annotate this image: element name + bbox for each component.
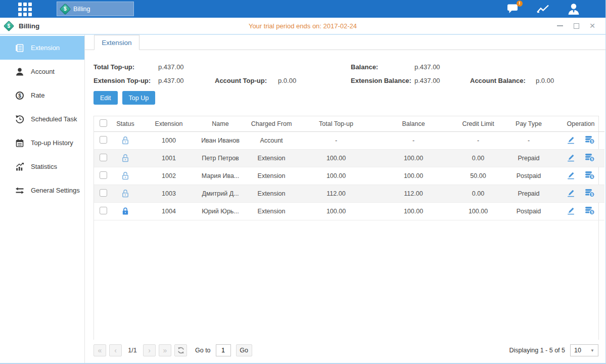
sidebar-item-statistics[interactable]: Statistics <box>0 155 84 178</box>
table-row[interactable]: 1001 Петр Петров Extension 100.00 100.00… <box>94 149 604 167</box>
edit-row-icon[interactable] <box>567 206 575 216</box>
sidebar-item-rate[interactable]: $ Rate <box>0 83 84 107</box>
cell-extension: 1003 <box>138 185 199 202</box>
last-page-button[interactable]: » <box>159 344 171 356</box>
row-checkbox[interactable] <box>100 207 107 214</box>
next-page-button[interactable]: › <box>143 344 156 356</box>
top-up-row-icon[interactable]: $ <box>585 153 595 163</box>
edit-row-icon[interactable] <box>567 189 575 199</box>
extension-table: Status Extension Name Charged From Total… <box>94 116 599 340</box>
lock-status-icon <box>121 172 129 179</box>
sidebar-label: Extension <box>31 44 60 52</box>
sidebar-label: Scheduled Task <box>31 115 77 123</box>
extension-top-up-value: p.437.00 <box>158 77 215 84</box>
go-button[interactable]: Go <box>236 344 252 356</box>
sidebar-label: General Settings <box>31 187 80 194</box>
pagination-bar: « ‹ 1/1 › » Go to Go Displaying 1 - 5 of… <box>85 340 605 363</box>
cell-credit-limit: 100.00 <box>456 202 500 220</box>
minimize-button[interactable] <box>556 22 564 30</box>
cell-balance: 112.00 <box>371 185 456 202</box>
table-row[interactable]: 1000 Иван Иванов Account - - - - $ <box>94 131 604 149</box>
goto-page-input[interactable] <box>216 344 231 356</box>
sidebar-item-scheduled-task[interactable]: Scheduled Task <box>0 107 84 131</box>
top-up-row-icon[interactable]: $ <box>585 206 595 216</box>
edit-row-icon[interactable] <box>567 153 575 163</box>
person-icon <box>15 67 24 76</box>
table-row[interactable]: 1004 Юрий Юрь... Extension 100.00 100.00… <box>94 202 604 220</box>
sidebar-item-general-settings[interactable]: General Settings <box>0 178 84 202</box>
top-up-row-icon[interactable]: $ <box>585 189 595 199</box>
window-billing-icon: $ <box>4 20 14 31</box>
top-up-row-icon[interactable]: $ <box>585 171 595 181</box>
edit-row-icon[interactable] <box>567 171 575 181</box>
col-status: Status <box>112 116 138 131</box>
sidebar-item-top-up-history[interactable]: Top-up History <box>0 131 84 155</box>
prev-page-button[interactable]: ‹ <box>109 344 122 356</box>
top-up-button[interactable]: Top Up <box>122 91 156 105</box>
col-extension: Extension <box>138 116 199 131</box>
col-total-top-up: Total Top-up <box>301 116 371 131</box>
col-charged-from: Charged From <box>242 116 301 131</box>
summary-panel: Total Top-up: p.437.00 Balance: p.437.00… <box>94 63 605 84</box>
total-top-up-label: Total Top-up: <box>94 63 158 71</box>
col-operation: Operation <box>557 116 604 131</box>
account-top-up-label: Account Top-up: <box>215 77 278 84</box>
user-account-icon[interactable] <box>566 3 581 15</box>
edit-button[interactable]: Edit <box>94 91 118 105</box>
col-name: Name <box>199 116 242 131</box>
select-all-checkbox[interactable] <box>100 119 107 127</box>
cell-credit-limit: 0.00 <box>456 185 500 202</box>
row-checkbox[interactable] <box>100 171 107 179</box>
lock-status-icon <box>121 154 129 161</box>
notifications-icon[interactable]: ! <box>505 3 521 15</box>
main-panel: Extension Total Top-up: p.437.00 Balance… <box>85 35 605 363</box>
tab-bar: Extension <box>85 35 605 50</box>
first-page-button[interactable]: « <box>94 344 106 356</box>
history-clock-icon <box>15 115 24 124</box>
notification-badge: ! <box>517 1 523 7</box>
taskbar-billing-button[interactable]: $ Billing <box>57 2 134 16</box>
table-row[interactable]: 1003 Дмитрий Д... Extension 112.00 112.0… <box>94 185 604 202</box>
table-row[interactable]: 1002 Мария Ива... Extension 100.00 100.0… <box>94 167 604 185</box>
page-size-select[interactable]: 10 ▼ <box>570 344 598 356</box>
cell-name: Иван Иванов <box>199 131 242 149</box>
page-size-value: 10 <box>574 347 581 354</box>
cell-total-top-up: 100.00 <box>301 149 371 167</box>
cell-charged-from: Extension <box>242 149 301 167</box>
sidebar-label: Statistics <box>31 163 57 170</box>
top-up-row-icon[interactable]: $ <box>585 135 595 146</box>
cell-total-top-up: 100.00 <box>301 167 371 185</box>
trial-notice: Your trial period ends on: 2017-02-24 <box>0 22 605 30</box>
sidebar: Extension Account $ Rate <box>0 35 85 363</box>
sidebar-label: Rate <box>31 92 44 99</box>
cell-pay-type: Prepaid <box>500 185 557 202</box>
topbar-status-icons: ! <box>505 3 581 15</box>
notepad-icon <box>15 139 24 148</box>
system-top-bar: $ Billing ! <box>0 0 605 18</box>
row-checkbox[interactable] <box>100 136 107 144</box>
sidebar-item-account[interactable]: Account <box>0 60 84 83</box>
resource-monitor-icon[interactable] <box>536 3 551 15</box>
cell-charged-from: Account <box>242 131 301 149</box>
cell-credit-limit: 50.00 <box>456 167 500 185</box>
chevron-down-icon: ▼ <box>590 348 594 353</box>
close-button[interactable]: × <box>588 22 596 30</box>
edit-row-icon[interactable] <box>567 135 575 146</box>
tab-extension[interactable]: Extension <box>94 35 139 50</box>
apps-grid-icon[interactable] <box>18 3 33 16</box>
row-checkbox[interactable] <box>100 154 107 161</box>
maximize-button[interactable] <box>572 22 580 30</box>
svg-text:$: $ <box>18 93 21 98</box>
cell-extension: 1004 <box>138 202 199 220</box>
cell-balance: - <box>371 131 456 149</box>
refresh-button[interactable] <box>174 344 187 356</box>
cell-extension: 1000 <box>138 131 199 149</box>
cell-balance: 100.00 <box>371 167 456 185</box>
row-checkbox[interactable] <box>100 189 107 197</box>
dollar-circle-icon: $ <box>15 91 24 100</box>
cell-charged-from: Extension <box>242 185 301 202</box>
col-credit-limit: Credit Limit <box>456 116 500 131</box>
window-controls: × <box>556 22 596 30</box>
sidebar-item-extension[interactable]: Extension <box>0 36 84 60</box>
cell-name: Юрий Юрь... <box>199 202 242 220</box>
